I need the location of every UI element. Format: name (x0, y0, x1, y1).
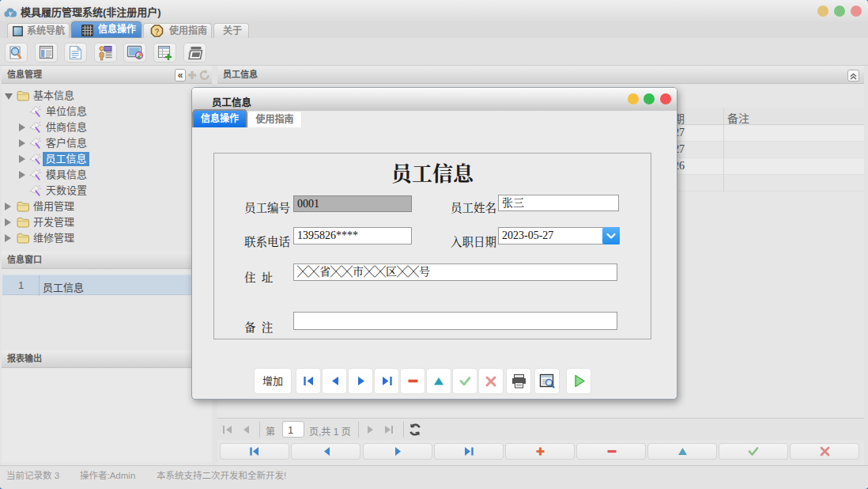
svg-text:y: y (8, 9, 13, 17)
svg-text:?: ? (154, 28, 159, 36)
